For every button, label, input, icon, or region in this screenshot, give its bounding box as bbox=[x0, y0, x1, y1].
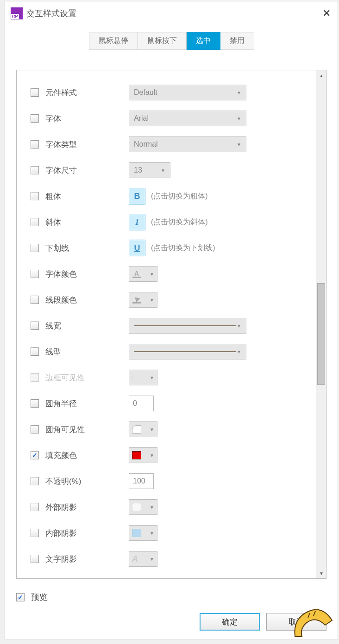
select-font[interactable]: Arial ▼ bbox=[129, 111, 246, 126]
select-line-style[interactable]: ▼ bbox=[129, 344, 246, 359]
row-line-color: 线段颜色 ▼ bbox=[31, 287, 312, 313]
label-corner-radius: 圆角半径 bbox=[45, 398, 129, 409]
chevron-down-icon: ▼ bbox=[237, 349, 241, 354]
label-widget-style: 元件样式 bbox=[45, 87, 129, 98]
check-font-type[interactable] bbox=[31, 140, 39, 149]
check-line-color[interactable] bbox=[31, 296, 39, 304]
check-corner-radius[interactable] bbox=[31, 399, 39, 408]
hint-italic: (点击切换为斜体) bbox=[151, 217, 208, 227]
chevron-down-icon: ▼ bbox=[237, 90, 241, 95]
label-corner-visibility: 圆角可见性 bbox=[45, 424, 129, 435]
chevron-down-icon: ▼ bbox=[161, 168, 165, 173]
tab-line-left bbox=[5, 41, 89, 41]
row-line-style: 线型 ▼ bbox=[31, 339, 312, 365]
check-preview[interactable] bbox=[16, 593, 25, 601]
corner-icon bbox=[132, 425, 141, 433]
scrollbar-thumb[interactable] bbox=[317, 283, 325, 385]
row-corner-radius: 圆角半径 bbox=[31, 390, 312, 416]
picker-inner-shadow[interactable]: ▼ bbox=[129, 525, 157, 541]
select-font-type[interactable]: Normal ▼ bbox=[129, 136, 246, 152]
check-font-size[interactable] bbox=[31, 166, 39, 174]
hint-bold: (点击切换为粗体) bbox=[151, 192, 208, 201]
picker-corner-visibility[interactable]: ▼ bbox=[129, 421, 157, 437]
check-fill-color[interactable] bbox=[31, 451, 39, 459]
chevron-down-icon: ▼ bbox=[237, 323, 241, 328]
scrollbar[interactable]: ▲ ▼ bbox=[316, 70, 326, 578]
fill-swatch bbox=[132, 451, 141, 459]
chevron-down-icon: ▼ bbox=[150, 531, 154, 536]
toggle-italic[interactable]: I bbox=[129, 214, 145, 230]
check-text-shadow[interactable] bbox=[31, 555, 39, 563]
scroll-down-icon[interactable]: ▼ bbox=[316, 568, 326, 578]
cancel-button[interactable]: 取消 bbox=[266, 613, 326, 631]
picker-border-visibility[interactable]: ▼ bbox=[129, 370, 157, 385]
row-underline: 下划线 U (点击切换为下划线) bbox=[31, 235, 312, 261]
check-underline[interactable] bbox=[31, 244, 39, 252]
picker-font-color[interactable]: A ▼ bbox=[129, 266, 157, 282]
app-icon: RP bbox=[11, 7, 23, 19]
ok-button[interactable]: 确定 bbox=[200, 613, 260, 631]
label-line-style: 线型 bbox=[45, 347, 129, 357]
label-underline: 下划线 bbox=[45, 243, 129, 254]
tab-line-right bbox=[254, 41, 338, 41]
tab-mousedown[interactable]: 鼠标按下 bbox=[138, 32, 187, 50]
picker-fill-color[interactable]: ▼ bbox=[129, 447, 157, 463]
check-corner-visibility[interactable] bbox=[31, 425, 39, 433]
scroll-up-icon[interactable]: ▲ bbox=[316, 70, 326, 80]
chevron-down-icon: ▼ bbox=[150, 427, 154, 432]
dialog-title: 交互样式设置 bbox=[26, 8, 76, 19]
label-fill-color: 填充颜色 bbox=[45, 450, 129, 461]
close-button[interactable]: ✕ bbox=[321, 8, 332, 19]
inner-shadow-icon bbox=[132, 529, 141, 537]
select-line-width[interactable]: ▼ bbox=[129, 318, 246, 334]
label-outer-shadow: 外部阴影 bbox=[45, 502, 129, 513]
toggle-underline[interactable]: U bbox=[129, 240, 145, 256]
chevron-down-icon: ▼ bbox=[150, 557, 154, 562]
select-widget-style[interactable]: Default ▼ bbox=[129, 85, 246, 100]
chevron-down-icon: ▼ bbox=[150, 297, 154, 303]
chevron-down-icon: ▼ bbox=[150, 375, 154, 380]
row-text-shadow: 文字阴影 A ▼ bbox=[31, 546, 312, 572]
picker-text-shadow[interactable]: A ▼ bbox=[129, 551, 157, 567]
check-font-color[interactable] bbox=[31, 270, 39, 278]
picker-line-color[interactable]: ▼ bbox=[129, 292, 157, 308]
tab-hover[interactable]: 鼠标悬停 bbox=[89, 32, 138, 50]
check-bold[interactable] bbox=[31, 192, 39, 200]
chevron-down-icon: ▼ bbox=[237, 142, 241, 147]
font-color-icon: A bbox=[132, 270, 141, 278]
check-line-width[interactable] bbox=[31, 322, 39, 330]
check-inner-shadow[interactable] bbox=[31, 529, 39, 537]
check-line-style[interactable] bbox=[31, 347, 39, 356]
row-line-width: 线宽 ▼ bbox=[31, 313, 312, 339]
label-font-size: 字体尺寸 bbox=[45, 165, 129, 176]
label-opacity: 不透明(%) bbox=[45, 476, 129, 487]
tab-selected[interactable]: 选中 bbox=[187, 32, 220, 50]
tab-row: 鼠标悬停 鼠标按下 选中 禁用 bbox=[5, 25, 338, 51]
input-opacity[interactable] bbox=[129, 473, 154, 489]
toggle-bold[interactable]: B bbox=[129, 188, 145, 204]
chevron-down-icon: ▼ bbox=[150, 272, 154, 277]
line-color-icon bbox=[132, 297, 141, 303]
property-list: 元件样式 Default ▼ 字体 Arial ▼ 字体类型 Normal bbox=[17, 70, 326, 579]
tabs: 鼠标悬停 鼠标按下 选中 禁用 bbox=[89, 32, 254, 50]
check-widget-style[interactable] bbox=[31, 88, 39, 97]
tab-disabled[interactable]: 禁用 bbox=[220, 32, 254, 50]
picker-outer-shadow[interactable]: ▼ bbox=[129, 499, 157, 515]
label-preview: 预览 bbox=[31, 592, 48, 603]
check-opacity[interactable] bbox=[31, 477, 39, 485]
label-inner-shadow: 内部阴影 bbox=[45, 528, 129, 539]
label-font-type: 字体类型 bbox=[45, 139, 129, 150]
select-font-size[interactable]: 13 ▼ bbox=[129, 162, 170, 178]
label-text-shadow: 文字阴影 bbox=[45, 554, 129, 564]
titlebar: RP 交互样式设置 ✕ bbox=[5, 1, 338, 25]
preview-row: 预览 bbox=[16, 592, 48, 603]
check-outer-shadow[interactable] bbox=[31, 503, 39, 511]
row-outer-shadow: 外部阴影 ▼ bbox=[31, 494, 312, 520]
chevron-down-icon: ▼ bbox=[237, 116, 241, 121]
check-font[interactable] bbox=[31, 114, 39, 123]
check-border-visibility bbox=[31, 373, 39, 382]
check-italic[interactable] bbox=[31, 218, 39, 226]
row-opacity: 不透明(%) bbox=[31, 468, 312, 494]
footer-buttons: 确定 取消 bbox=[200, 613, 326, 631]
input-corner-radius[interactable] bbox=[129, 396, 154, 411]
